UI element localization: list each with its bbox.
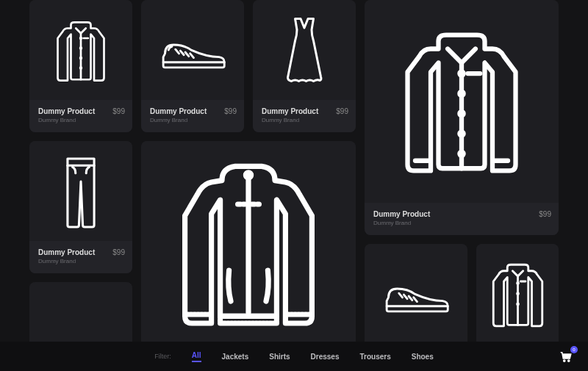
product-card[interactable] bbox=[365, 244, 467, 347]
product-card[interactable]: Dummy Product Dummy Brand $99 bbox=[29, 141, 132, 273]
product-card[interactable]: Dummy Product Dummy Brand $99 bbox=[253, 0, 356, 132]
product-meta: Dummy Product Dummy Brand $99 bbox=[141, 100, 244, 132]
filter-item-shoes[interactable]: Shoes bbox=[412, 353, 434, 361]
filter-item-dresses[interactable]: Dresses bbox=[311, 353, 340, 361]
product-card[interactable]: Dummy Product Dummy Brand $99 bbox=[141, 0, 244, 132]
product-card[interactable] bbox=[29, 282, 132, 348]
shirt-icon bbox=[384, 18, 539, 187]
filter-item-jackets[interactable]: Jackets bbox=[222, 353, 249, 361]
jacket-icon bbox=[160, 152, 337, 336]
product-brand: Dummy Brand bbox=[38, 258, 123, 264]
product-card[interactable] bbox=[141, 141, 356, 347]
svg-point-31 bbox=[568, 360, 570, 361]
svg-point-13 bbox=[459, 132, 463, 135]
svg-point-1 bbox=[80, 37, 82, 39]
product-price: $99 bbox=[224, 107, 237, 115]
product-meta: Dummy Product Dummy Brand $99 bbox=[29, 100, 132, 132]
product-name: Dummy Product bbox=[150, 107, 235, 115]
svg-point-28 bbox=[517, 303, 518, 305]
product-card[interactable]: Dummy Product Dummy Brand $99 bbox=[365, 0, 559, 235]
svg-point-12 bbox=[459, 112, 463, 115]
product-price: $99 bbox=[539, 210, 551, 218]
shoe-icon bbox=[158, 32, 228, 72]
svg-point-11 bbox=[459, 92, 463, 96]
product-price: $99 bbox=[112, 248, 125, 256]
shoe-icon bbox=[381, 275, 451, 316]
filter-item-all[interactable]: All bbox=[192, 351, 201, 362]
product-grid: Dummy Product Dummy Brand $99 Dummy Prod… bbox=[0, 0, 588, 342]
svg-point-3 bbox=[80, 57, 82, 59]
svg-point-30 bbox=[564, 360, 565, 361]
shirt-icon bbox=[48, 15, 114, 88]
svg-point-4 bbox=[80, 68, 82, 69]
product-card[interactable]: Dummy Product Dummy Brand $99 bbox=[29, 0, 132, 132]
filter-label: Filter: bbox=[154, 353, 171, 360]
cart-button[interactable]: 0 bbox=[557, 347, 575, 365]
product-brand: Dummy Brand bbox=[38, 117, 123, 123]
product-card[interactable] bbox=[476, 244, 559, 347]
product-brand: Dummy Brand bbox=[150, 117, 235, 123]
product-name: Dummy Product bbox=[38, 107, 123, 115]
filter-item-trousers[interactable]: Trousers bbox=[359, 353, 390, 361]
svg-point-2 bbox=[80, 48, 82, 49]
filter-item-shirts[interactable]: Shirts bbox=[269, 353, 290, 361]
svg-point-26 bbox=[517, 282, 518, 284]
product-price: $99 bbox=[112, 107, 125, 115]
shirt-icon bbox=[483, 255, 553, 336]
trousers-icon bbox=[58, 154, 104, 231]
product-meta: Dummy Product Dummy Brand $99 bbox=[253, 100, 356, 132]
product-meta: Dummy Product Dummy Brand $99 bbox=[365, 203, 559, 235]
dress-icon bbox=[279, 13, 330, 90]
filter-bar: Filter: All Jackets Shirts Dresses Trous… bbox=[0, 342, 588, 371]
product-brand: Dummy Brand bbox=[262, 117, 347, 123]
product-name: Dummy Product bbox=[38, 248, 123, 256]
product-meta: Dummy Product Dummy Brand $99 bbox=[29, 241, 132, 273]
product-price: $99 bbox=[336, 107, 348, 115]
cart-badge: 0 bbox=[570, 346, 578, 353]
product-name: Dummy Product bbox=[262, 107, 347, 115]
product-brand: Dummy Brand bbox=[373, 220, 550, 226]
svg-point-27 bbox=[517, 293, 518, 295]
svg-point-10 bbox=[459, 71, 463, 75]
product-name: Dummy Product bbox=[373, 210, 550, 218]
filter-list: Filter: All Jackets Shirts Dresses Trous… bbox=[154, 351, 434, 362]
svg-point-14 bbox=[459, 152, 463, 156]
